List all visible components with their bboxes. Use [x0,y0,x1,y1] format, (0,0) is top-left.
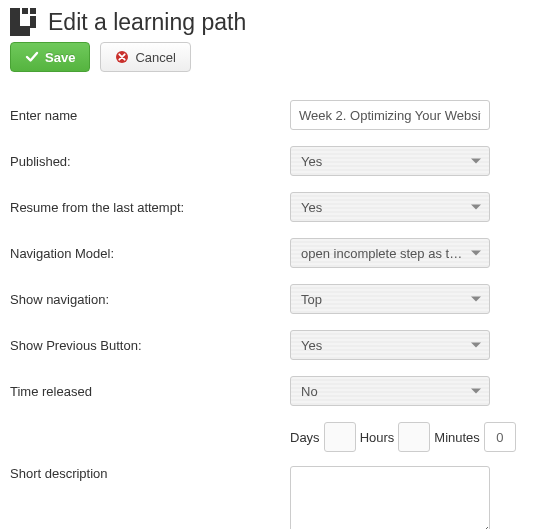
label-navigation-model: Navigation Model: [10,246,290,261]
svg-rect-4 [30,16,36,28]
time-offset-group: Days Hours Minutes [290,422,540,452]
chevron-down-icon [471,159,481,164]
label-resume: Resume from the last attempt: [10,200,290,215]
hours-input[interactable] [398,422,430,452]
label-short-description: Short description [10,466,290,481]
minutes-label: Minutes [434,430,480,445]
label-show-navigation: Show navigation: [10,292,290,307]
navigation-model-select[interactable]: open incomplete step as the … [290,238,490,268]
label-published: Published: [10,154,290,169]
svg-rect-0 [10,8,20,26]
show-previous-select[interactable]: Yes [290,330,490,360]
minutes-input[interactable] [484,422,516,452]
published-select[interactable]: Yes [290,146,490,176]
resume-select[interactable]: Yes [290,192,490,222]
app-logo-icon [10,8,40,36]
label-time-released: Time released [10,384,290,399]
time-released-select-value: No [301,384,463,399]
toolbar: Save Cancel [10,42,540,72]
cancel-icon [115,50,129,64]
navigation-model-select-value: open incomplete step as the … [301,246,463,261]
show-navigation-select-value: Top [301,292,463,307]
check-icon [25,50,39,64]
svg-rect-2 [22,8,28,14]
svg-rect-1 [10,26,30,36]
cancel-button-label: Cancel [135,50,175,65]
short-description-textarea[interactable] [290,466,490,529]
show-previous-select-value: Yes [301,338,463,353]
chevron-down-icon [471,251,481,256]
name-input[interactable] [290,100,490,130]
chevron-down-icon [471,297,481,302]
save-button-label: Save [45,50,75,65]
days-label: Days [290,430,320,445]
days-input[interactable] [324,422,356,452]
page-title: Edit a learning path [48,9,246,36]
chevron-down-icon [471,343,481,348]
chevron-down-icon [471,205,481,210]
time-released-select[interactable]: No [290,376,490,406]
svg-rect-3 [30,8,36,14]
cancel-button[interactable]: Cancel [100,42,190,72]
published-select-value: Yes [301,154,463,169]
show-navigation-select[interactable]: Top [290,284,490,314]
save-button[interactable]: Save [10,42,90,72]
page-header: Edit a learning path [10,8,540,36]
chevron-down-icon [471,389,481,394]
label-name: Enter name [10,108,290,123]
hours-label: Hours [360,430,395,445]
resume-select-value: Yes [301,200,463,215]
label-show-previous: Show Previous Button: [10,338,290,353]
